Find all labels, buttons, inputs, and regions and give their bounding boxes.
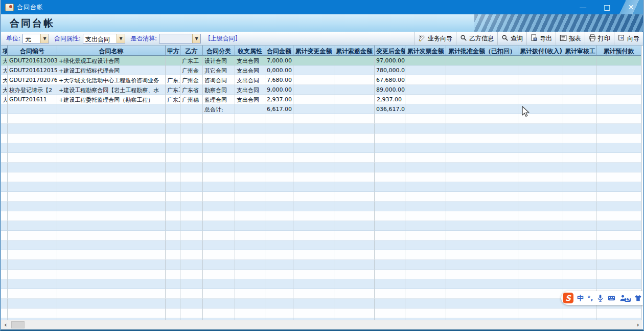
table-cell[interactable] <box>265 240 293 250</box>
table-cell[interactable] <box>265 250 293 260</box>
table-cell[interactable] <box>446 221 518 231</box>
table-cell[interactable] <box>518 202 563 211</box>
table-cell[interactable] <box>596 124 641 134</box>
table-cell[interactable] <box>265 182 293 192</box>
table-cell[interactable] <box>405 289 446 299</box>
table-cell[interactable] <box>180 221 203 231</box>
table-cell[interactable] <box>334 143 375 153</box>
table-cell[interactable] <box>180 192 203 202</box>
table-cell[interactable] <box>405 65 446 75</box>
table-cell[interactable] <box>293 299 334 308</box>
table-cell[interactable] <box>8 260 57 270</box>
table-cell[interactable] <box>235 153 265 163</box>
table-cell[interactable] <box>446 75 518 85</box>
table-cell[interactable]: 监理合同 <box>203 95 235 104</box>
contract-attr-select[interactable]: 支出合同 ▼ <box>83 34 125 43</box>
table-cell[interactable] <box>265 211 293 221</box>
table-cell[interactable] <box>446 65 518 75</box>
table-cell[interactable] <box>1 231 8 240</box>
person-icon[interactable]: 17 <box>619 294 631 302</box>
table-cell[interactable] <box>293 163 334 172</box>
table-cell[interactable]: 支出合同 <box>235 95 265 104</box>
table-cell[interactable] <box>375 250 405 260</box>
table-cell[interactable] <box>518 221 563 231</box>
table-cell[interactable] <box>8 182 57 192</box>
table-cell[interactable] <box>57 299 166 308</box>
table-cell[interactable] <box>166 221 180 231</box>
chevron-down-icon[interactable]: ▼ <box>117 34 125 43</box>
table-cell[interactable] <box>57 250 166 260</box>
table-cell[interactable] <box>334 211 375 221</box>
table-cell[interactable]: 支出合同 <box>235 56 265 65</box>
table-cell[interactable] <box>375 240 405 250</box>
table-cell[interactable] <box>518 134 563 143</box>
导出-button[interactable]: 导出 <box>526 32 556 45</box>
table-cell[interactable] <box>166 104 180 114</box>
table-cell[interactable] <box>203 211 235 221</box>
table-cell[interactable] <box>375 299 405 308</box>
table-cell[interactable]: 7,680.00 <box>265 75 293 85</box>
table-cell[interactable]: 广东工 <box>166 75 180 85</box>
table-cell[interactable] <box>235 279 265 289</box>
table-cell[interactable] <box>166 211 180 221</box>
table-cell[interactable] <box>166 299 180 308</box>
table-cell[interactable] <box>180 202 203 211</box>
table-cell[interactable] <box>596 114 641 124</box>
table-cell[interactable] <box>334 172 375 182</box>
column-header[interactable]: 收支属性 <box>235 46 265 56</box>
table-cell[interactable] <box>235 308 265 318</box>
table-cell[interactable] <box>203 153 235 163</box>
table-cell[interactable] <box>57 231 166 240</box>
table-cell[interactable] <box>563 250 596 260</box>
column-header[interactable]: 累计预付款 <box>596 46 641 56</box>
table-cell[interactable] <box>375 172 405 182</box>
table-cell[interactable] <box>334 182 375 192</box>
table-cell[interactable] <box>518 289 563 299</box>
table-cell[interactable] <box>203 134 235 143</box>
table-cell[interactable] <box>334 260 375 270</box>
table-cell[interactable] <box>166 163 180 172</box>
table-cell[interactable] <box>596 260 641 270</box>
table-cell[interactable] <box>518 240 563 250</box>
table-cell[interactable] <box>596 134 641 143</box>
table-cell[interactable] <box>518 260 563 270</box>
table-cell[interactable] <box>1 172 8 182</box>
table-cell[interactable] <box>405 240 446 250</box>
table-cell[interactable] <box>446 299 518 308</box>
报表-button[interactable]: 报表 <box>556 32 585 45</box>
table-row-empty[interactable] <box>1 250 641 260</box>
table-cell[interactable] <box>446 260 518 270</box>
table-cell[interactable] <box>235 182 265 192</box>
table-cell[interactable] <box>8 240 57 250</box>
table-cell[interactable] <box>518 95 563 104</box>
table-cell[interactable] <box>265 260 293 270</box>
table-cell[interactable] <box>203 143 235 153</box>
table-cell[interactable] <box>405 192 446 202</box>
table-cell[interactable] <box>235 114 265 124</box>
chevron-down-icon[interactable]: ▼ <box>192 34 200 43</box>
table-cell[interactable]: GDUT201702076 <box>8 75 57 85</box>
table-cell[interactable] <box>334 56 375 65</box>
table-cell[interactable] <box>180 172 203 182</box>
table-cell[interactable] <box>293 153 334 163</box>
table-cell[interactable] <box>334 202 375 211</box>
table-cell[interactable] <box>166 172 180 182</box>
table-cell[interactable] <box>8 221 57 231</box>
table-cell[interactable] <box>446 85 518 95</box>
table-cell[interactable] <box>563 124 596 134</box>
table-cell[interactable] <box>8 270 57 279</box>
table-cell[interactable]: 广东工 <box>180 56 203 65</box>
table-row-empty[interactable] <box>1 240 641 250</box>
table-cell[interactable] <box>293 114 334 124</box>
table-cell[interactable] <box>265 279 293 289</box>
column-header[interactable]: 累计拨付(收入) <box>518 46 563 56</box>
table-cell[interactable]: 大 <box>1 65 8 75</box>
table-cell[interactable] <box>446 308 518 318</box>
table-cell[interactable] <box>235 134 265 143</box>
table-cell[interactable] <box>166 192 180 202</box>
table-cell[interactable] <box>235 211 265 221</box>
table-cell[interactable]: 大 <box>1 75 8 85</box>
table-cell[interactable] <box>293 85 334 95</box>
table-cell[interactable] <box>334 299 375 308</box>
table-cell[interactable] <box>57 172 166 182</box>
